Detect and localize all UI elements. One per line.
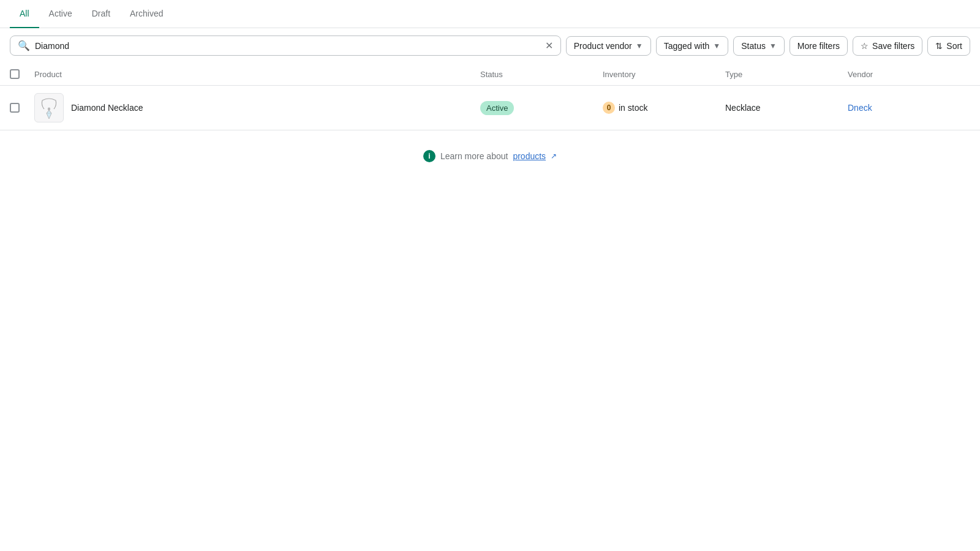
product-vendor-label: Product vendor: [574, 41, 632, 51]
inventory-cell: 0 in stock: [603, 102, 725, 114]
product-name: Diamond Necklace: [71, 103, 143, 113]
status-badge: Active: [480, 101, 514, 115]
sort-label: Sort: [946, 41, 962, 51]
save-filters-button[interactable]: ☆ Save filters: [853, 36, 922, 56]
search-icon: 🔍: [18, 40, 30, 51]
inventory-text: in stock: [619, 103, 647, 113]
type-cell: Necklace: [725, 103, 848, 113]
search-input[interactable]: [35, 41, 540, 51]
chevron-down-icon: ▼: [713, 42, 720, 50]
svg-marker-1: [47, 110, 51, 119]
product-cell: Diamond Necklace: [34, 93, 480, 122]
tagged-with-filter[interactable]: Tagged with ▼: [656, 36, 729, 56]
col-vendor: Vendor: [848, 70, 970, 79]
footer-info: i Learn more about products ↗: [0, 130, 980, 182]
tab-all[interactable]: All: [10, 0, 39, 28]
product-thumbnail: [34, 93, 64, 122]
external-link-icon: ↗: [551, 152, 557, 160]
tagged-with-label: Tagged with: [664, 41, 710, 51]
col-product: Product: [34, 70, 480, 79]
learn-more-text: Learn more about: [440, 151, 508, 161]
row-checkbox[interactable]: [10, 103, 20, 113]
more-filters-label: More filters: [797, 41, 840, 51]
sort-icon: ⇅: [935, 41, 943, 51]
star-icon: ☆: [861, 41, 869, 51]
save-filters-label: Save filters: [872, 41, 914, 51]
col-type: Type: [725, 70, 848, 79]
status-filter[interactable]: Status ▼: [733, 36, 785, 56]
select-all-checkbox[interactable]: [10, 69, 20, 79]
tab-archived[interactable]: Archived: [120, 0, 173, 28]
toolbar: 🔍 ✕ Product vendor ▼ Tagged with ▼ Statu…: [0, 28, 980, 63]
products-link[interactable]: products: [513, 151, 546, 161]
table-row[interactable]: Diamond Necklace Active 0 in stock Neckl…: [0, 86, 980, 130]
col-status: Status: [480, 70, 603, 79]
search-container: 🔍 ✕: [10, 36, 561, 56]
chevron-down-icon: ▼: [769, 42, 777, 50]
status-cell: Active: [480, 101, 603, 115]
necklace-image: [39, 96, 59, 120]
status-label: Status: [741, 41, 766, 51]
inventory-count: 0: [603, 102, 615, 114]
chevron-down-icon: ▼: [636, 42, 643, 50]
table-header: Product Status Inventory Type Vendor: [0, 63, 980, 86]
tab-active[interactable]: Active: [39, 0, 82, 28]
products-table: Product Status Inventory Type Vendor: [0, 63, 980, 130]
tabs-container: All Active Draft Archived: [0, 0, 980, 28]
product-vendor-filter[interactable]: Product vendor ▼: [566, 36, 651, 56]
more-filters-button[interactable]: More filters: [790, 36, 848, 56]
clear-search-icon[interactable]: ✕: [545, 40, 553, 51]
sort-button[interactable]: ⇅ Sort: [927, 36, 970, 56]
tab-draft[interactable]: Draft: [82, 0, 120, 28]
vendor-cell: Dneck: [848, 103, 970, 113]
col-inventory: Inventory: [603, 70, 725, 79]
info-icon: i: [423, 150, 435, 162]
